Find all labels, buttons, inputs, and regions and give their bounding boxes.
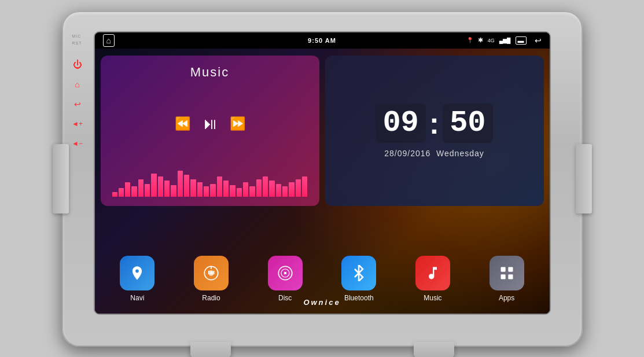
clock-hour: 09 bbox=[376, 104, 425, 143]
eq-bar bbox=[276, 184, 281, 197]
back-side-button[interactable]: ↩ bbox=[71, 98, 84, 111]
eq-bar bbox=[204, 186, 209, 197]
widgets-area: Music ⏪ ⏯ ⏩ 09 : 50 28/09/2016 Wednesday bbox=[101, 56, 544, 206]
app-icon-disc bbox=[268, 256, 303, 290]
music-controls: ⏪ ⏯ ⏩ bbox=[175, 114, 245, 133]
eq-bar bbox=[125, 182, 130, 197]
app-label-music: Music bbox=[424, 294, 441, 302]
eq-bar bbox=[190, 179, 196, 197]
eq-bar bbox=[112, 192, 117, 197]
power-button[interactable]: ⏻ bbox=[71, 58, 84, 71]
eq-bar bbox=[302, 176, 307, 197]
eq-bar bbox=[210, 184, 215, 197]
vol-up-button[interactable]: ◄+ bbox=[71, 117, 84, 130]
eq-bar bbox=[223, 181, 229, 197]
status-time: 9:50 AM bbox=[308, 37, 336, 44]
clock-colon: : bbox=[429, 108, 439, 138]
app-icon-music bbox=[415, 256, 450, 290]
rewind-button[interactable]: ⏪ bbox=[175, 116, 190, 131]
app-label-disc: Disc bbox=[278, 294, 292, 302]
signal-status-icon: 4G bbox=[488, 38, 495, 43]
status-icons-left: ⌂ bbox=[103, 34, 115, 47]
music-widget-title: Music bbox=[190, 65, 229, 80]
eq-bar bbox=[217, 176, 222, 197]
network-bars-icon: ▄▆█ bbox=[499, 38, 511, 43]
app-item-music[interactable]: Music bbox=[413, 256, 453, 302]
vol-down-button[interactable]: ◄− bbox=[71, 137, 84, 150]
eq-bar bbox=[296, 179, 301, 197]
eq-bar bbox=[184, 175, 189, 197]
app-label-bluetooth: Bluetooth bbox=[344, 294, 374, 302]
car-unit: MIC RST ⏻ ⌂ ↩ ◄+ ◄− ⌂ 9:50 AM 📍 ✱ 4G ▄▆█… bbox=[62, 11, 583, 347]
eq-bar bbox=[138, 179, 143, 197]
app-item-radio[interactable]: FMRadio bbox=[191, 256, 231, 302]
eq-bar bbox=[158, 176, 163, 197]
home-side-button[interactable]: ⌂ bbox=[71, 78, 84, 91]
svg-point-7 bbox=[284, 271, 286, 274]
bracket-bottom-left bbox=[190, 342, 231, 358]
bluetooth-status-icon: ✱ bbox=[478, 36, 483, 44]
app-icon-apps bbox=[490, 256, 524, 290]
music-widget[interactable]: Music ⏪ ⏯ ⏩ bbox=[101, 56, 319, 206]
eq-bar bbox=[282, 186, 288, 197]
app-label-navi: Navi bbox=[130, 294, 144, 302]
svg-text:FM: FM bbox=[208, 270, 215, 275]
svg-rect-8 bbox=[501, 267, 505, 271]
play-pause-button[interactable]: ⏯ bbox=[202, 114, 218, 133]
app-icon-bluetooth bbox=[341, 256, 376, 290]
eq-bar bbox=[289, 182, 294, 197]
eq-bar bbox=[263, 176, 268, 197]
status-bar: ⌂ 9:50 AM 📍 ✱ 4G ▄▆█ ▬ ↩ bbox=[95, 32, 550, 49]
app-item-apps[interactable]: Apps bbox=[487, 256, 527, 302]
app-label-radio: Radio bbox=[202, 294, 220, 302]
svg-rect-9 bbox=[508, 267, 513, 271]
side-buttons-panel: ⏻ ⌂ ↩ ◄+ ◄− bbox=[71, 58, 84, 150]
svg-rect-10 bbox=[501, 274, 505, 279]
battery-status-icon: ▬ bbox=[516, 36, 527, 45]
mic-label: MIC bbox=[72, 34, 82, 38]
eq-bar bbox=[237, 188, 242, 197]
clock-minute: 50 bbox=[443, 104, 492, 143]
eq-bar bbox=[119, 188, 124, 197]
branding-label: Ownice bbox=[303, 298, 340, 307]
app-icon-radio: FM bbox=[194, 256, 229, 290]
status-icons-right: 📍 ✱ 4G ▄▆█ ▬ ↩ bbox=[466, 36, 542, 45]
eq-bar bbox=[197, 182, 203, 197]
app-icon-navi bbox=[120, 256, 154, 290]
eq-bar bbox=[249, 186, 255, 197]
app-label-apps: Apps bbox=[499, 294, 514, 302]
svg-rect-11 bbox=[508, 274, 513, 279]
apps-row: NaviFMRadioDiscBluetoothMusicApps bbox=[101, 256, 544, 302]
eq-bar bbox=[256, 179, 262, 197]
app-item-bluetooth[interactable]: Bluetooth bbox=[338, 256, 379, 302]
forward-button[interactable]: ⏩ bbox=[230, 116, 245, 131]
equalizer-bars bbox=[110, 168, 310, 197]
bracket-bottom-right bbox=[414, 342, 454, 358]
eq-bar bbox=[230, 185, 235, 197]
eq-bar bbox=[178, 171, 183, 197]
eq-bar bbox=[151, 174, 156, 197]
screen: ⌂ 9:50 AM 📍 ✱ 4G ▄▆█ ▬ ↩ Music ⏪ ⏯ ⏩ bbox=[95, 32, 550, 314]
app-item-navi[interactable]: Navi bbox=[117, 256, 157, 302]
clock-date: 28/09/2016 Wednesday bbox=[384, 149, 484, 158]
back-status-icon[interactable]: ↩ bbox=[535, 36, 542, 45]
eq-bar bbox=[131, 186, 137, 197]
clock-time-display: 09 : 50 bbox=[376, 104, 492, 143]
app-item-disc[interactable]: Disc bbox=[265, 256, 306, 302]
eq-bar bbox=[269, 181, 274, 197]
bracket-right bbox=[576, 144, 592, 214]
eq-bar bbox=[243, 182, 248, 197]
location-status-icon: 📍 bbox=[466, 37, 473, 43]
eq-bar bbox=[171, 185, 176, 197]
home-icon[interactable]: ⌂ bbox=[103, 34, 115, 47]
eq-bar bbox=[164, 181, 170, 197]
eq-bar bbox=[145, 184, 150, 197]
rst-label: RST bbox=[72, 41, 82, 45]
clock-widget: 09 : 50 28/09/2016 Wednesday bbox=[325, 56, 544, 206]
bracket-left bbox=[53, 144, 69, 214]
